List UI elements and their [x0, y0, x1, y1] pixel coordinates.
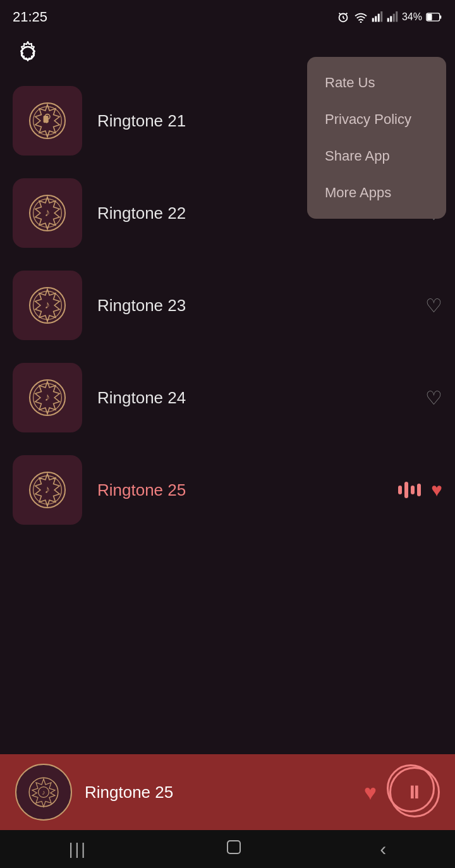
nav-back-button[interactable]: ‹	[367, 832, 399, 866]
svg-text:♪: ♪	[45, 483, 51, 496]
favorite-button-25[interactable]: ♥	[431, 479, 442, 501]
signal2-icon	[387, 11, 398, 23]
svg-text:♪: ♪	[46, 116, 49, 125]
svg-text:♪: ♪	[45, 206, 51, 219]
music-icon-24: ♪	[22, 372, 73, 423]
nav-home-button[interactable]	[212, 832, 255, 866]
svg-line-2	[343, 18, 344, 19]
ringtone-thumb-24: ♪	[13, 363, 82, 432]
music-icon-23: ♪	[22, 280, 73, 331]
svg-rect-13	[396, 11, 397, 22]
status-icons: 34%	[336, 10, 442, 24]
svg-line-3	[339, 13, 341, 15]
dropdown-share-app[interactable]: Share App	[307, 138, 446, 174]
pause-button[interactable]: ⏸	[389, 767, 440, 817]
svg-text:♪: ♪	[42, 788, 45, 796]
player-bar: ♪ Ringtone 25 ♥ ⏸	[0, 754, 455, 830]
svg-rect-9	[380, 11, 382, 22]
pause-icon: ⏸	[405, 782, 424, 803]
settings-icon	[14, 39, 42, 67]
svg-rect-12	[393, 14, 395, 22]
ringtone-thumb-21: ♪	[13, 86, 82, 156]
svg-rect-6	[372, 18, 374, 22]
ringtone-item-25[interactable]: ♪ Ringtone 25 ♥	[0, 444, 455, 536]
player-title: Ringtone 25	[85, 783, 364, 802]
player-music-icon: ♪	[25, 773, 63, 811]
svg-rect-7	[375, 16, 377, 22]
battery-icon	[426, 13, 442, 21]
player-thumb: ♪	[15, 764, 72, 821]
ringtone-item-23[interactable]: ♪ Ringtone 23 ♡	[0, 259, 455, 351]
bottom-nav: ||| ‹	[0, 830, 455, 868]
dropdown-privacy-policy[interactable]: Privacy Policy	[307, 101, 446, 138]
svg-rect-8	[378, 14, 380, 22]
status-bar: 21:25 34%	[0, 0, 455, 32]
ringtone-title-23: Ringtone 23	[97, 296, 425, 315]
favorite-button-23[interactable]: ♡	[425, 295, 442, 317]
ringtone-title-25: Ringtone 25	[97, 480, 397, 500]
svg-point-5	[360, 21, 362, 23]
svg-rect-10	[387, 18, 389, 22]
ringtone-thumb-23: ♪	[13, 271, 82, 340]
svg-rect-50	[228, 841, 240, 853]
svg-rect-43	[404, 482, 408, 498]
ringtone-item-24[interactable]: ♪ Ringtone 24 ♡	[0, 351, 455, 444]
ringtone-title-24: Ringtone 24	[97, 388, 425, 408]
dropdown-menu: Rate Us Privacy Policy Share App More Ap…	[307, 57, 446, 219]
alarm-icon	[336, 10, 350, 24]
battery-text: 34%	[402, 11, 422, 23]
svg-rect-11	[390, 16, 392, 22]
svg-text:♪: ♪	[45, 298, 51, 311]
settings-button[interactable]	[13, 38, 43, 68]
svg-rect-44	[411, 486, 415, 494]
waveform-icon-25	[397, 479, 422, 501]
signal-icon	[372, 11, 383, 23]
ringtone-thumb-25: ♪	[13, 455, 82, 525]
svg-text:♪: ♪	[45, 391, 51, 403]
music-icon-22: ♪	[22, 188, 73, 238]
svg-rect-42	[398, 486, 402, 494]
status-time: 21:25	[13, 9, 47, 25]
nav-recents-button[interactable]: |||	[56, 833, 100, 865]
svg-line-4	[346, 13, 348, 15]
player-heart-button[interactable]: ♥	[364, 780, 377, 805]
favorite-button-24[interactable]: ♡	[425, 387, 442, 409]
dropdown-rate-us[interactable]: Rate Us	[307, 64, 446, 101]
dropdown-more-apps[interactable]: More Apps	[307, 174, 446, 211]
wifi-icon	[354, 11, 368, 23]
home-icon	[225, 838, 243, 856]
svg-rect-15	[440, 15, 442, 18]
ringtone-thumb-22: ♪	[13, 178, 82, 248]
svg-rect-45	[417, 484, 421, 496]
music-icon-25: ♪	[22, 465, 73, 515]
music-icon-21: ♪	[22, 95, 73, 146]
